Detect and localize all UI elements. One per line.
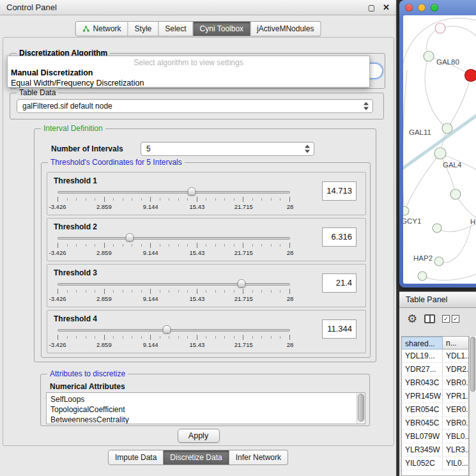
control-panel-tabbar: Network Style Select Cyni Toolbox jActiv… xyxy=(75,21,321,36)
network-node[interactable] xyxy=(450,189,461,199)
table-data-select[interactable]: galFiltered.sif default node xyxy=(17,99,373,113)
slider-thumb[interactable] xyxy=(188,187,196,196)
network-node-selected-red[interactable] xyxy=(465,70,476,82)
attribute-list-item[interactable]: BetweennessCentrality xyxy=(50,415,365,424)
tick-label: 21.715 xyxy=(234,203,253,210)
tab-impute-data[interactable]: Impute Data xyxy=(108,450,164,465)
column-header-shared-name[interactable]: shared... xyxy=(402,337,443,349)
cell-shared-name: YPR145W xyxy=(402,390,443,403)
cell-name: YBL0... xyxy=(443,430,468,443)
network-node[interactable] xyxy=(435,23,445,33)
tick-label: -3.426 xyxy=(49,203,66,210)
attribute-list-item[interactable]: TopologicalCoefficient xyxy=(50,404,365,415)
threshold-3-value-field[interactable]: 21.4 xyxy=(322,273,357,293)
table-row[interactable]: YPR145W YPR1... xyxy=(402,390,468,403)
slider-ticks xyxy=(58,243,290,248)
tick-label: 9.144 xyxy=(143,295,158,302)
threshold-2-value-field[interactable]: 6.316 xyxy=(322,227,357,247)
selection-mode-icons: ✓ ✓ xyxy=(442,315,459,323)
table-row[interactable]: YIL052C YIL0... xyxy=(402,457,468,470)
threshold-4-slider[interactable]: -3.4262.8599.14415.4321.71528 xyxy=(58,323,290,351)
control-panel-window: Control Panel ▢ ✕ Network Style Select xyxy=(0,0,397,476)
threshold-1-label: Threshold 1 xyxy=(54,176,97,185)
slider-thumb[interactable] xyxy=(163,325,171,334)
network-node-hap2[interactable] xyxy=(434,257,443,266)
threshold-3-slider[interactable]: -3.4262.8599.14415.4321.71528 xyxy=(58,277,290,305)
table-row[interactable]: YBR045C YBR0... xyxy=(402,417,468,430)
scrollbar-thumb[interactable] xyxy=(358,394,364,422)
dropdown-option-manual-discretization[interactable]: Manual Discretization xyxy=(8,67,369,78)
table-row[interactable]: YER054C YER0... xyxy=(402,403,468,417)
float-window-icon[interactable]: ▢ xyxy=(368,4,375,12)
tab-infer-network[interactable]: Infer Network xyxy=(229,450,288,465)
checkbox-icon[interactable]: ✓ xyxy=(442,315,450,323)
network-node[interactable] xyxy=(418,272,427,280)
table-row[interactable]: YLR345W YLR3... xyxy=(402,443,468,457)
scrollbar-thumb[interactable] xyxy=(470,337,475,392)
control-panel-title: Control Panel xyxy=(6,3,360,12)
numerical-attributes-list[interactable]: SelfLoopsTopologicalCoefficientBetweenne… xyxy=(46,392,365,424)
threshold-1-value-field[interactable]: 14.713 xyxy=(322,181,357,201)
threshold-2-slider[interactable]: -3.4262.8599.14415.4321.71528 xyxy=(58,231,290,259)
zoom-window-icon[interactable] xyxy=(431,4,438,12)
node-label-hap2: HAP2 xyxy=(413,254,433,262)
attribute-list-item[interactable]: SelfLoops xyxy=(50,394,365,404)
minimize-window-icon[interactable] xyxy=(418,4,426,12)
select-columns-icon[interactable] xyxy=(424,314,435,323)
slider-ticks xyxy=(58,335,290,340)
table-scrollbar[interactable] xyxy=(469,336,476,476)
column-header-name[interactable]: n... xyxy=(443,337,468,349)
threshold-1-slider[interactable]: -3.4262.8599.14415.4321.71528 xyxy=(58,185,290,213)
apply-button[interactable]: Apply xyxy=(178,429,220,443)
tab-discretize-data-label: Discretize Data xyxy=(170,453,222,462)
thick-edge xyxy=(403,115,476,170)
cell-shared-name: YLR345W xyxy=(402,443,443,456)
cell-name: YPR1... xyxy=(443,390,468,403)
network-node-gal11[interactable] xyxy=(442,123,452,134)
network-node-gal4[interactable] xyxy=(434,148,446,159)
tick-label: 15.43 xyxy=(190,341,205,348)
network-node-gal80[interactable] xyxy=(424,51,434,61)
tab-discretize-data[interactable]: Discretize Data xyxy=(164,450,229,465)
node-attribute-table[interactable]: shared... n... YDL19... YDL1... YDR27...… xyxy=(401,336,469,476)
table-panel: Table Panel ⚙ ✓ ✓ shared... n... YDL19..… xyxy=(399,291,476,476)
tick-label: 2.859 xyxy=(96,295,112,302)
node-label-gcy1: GCY1 xyxy=(403,217,421,225)
tab-network[interactable]: Network xyxy=(75,21,128,36)
table-row[interactable]: YBR043C YBR0... xyxy=(402,376,468,390)
dropdown-option-equal-width[interactable]: Equal Width/Frequency Discretization xyxy=(8,78,369,88)
tick-label: 9.144 xyxy=(143,203,158,210)
network-node-gcy1[interactable] xyxy=(403,206,409,215)
gear-icon[interactable]: ⚙ xyxy=(407,313,417,325)
network-canvas[interactable]: GAL80 GAL11 GAL4 GCY1 HAP2 H xyxy=(403,15,476,284)
tick-label: 28 xyxy=(287,295,294,302)
tab-jactivemodules[interactable]: jActiveMNodules xyxy=(250,21,321,36)
threshold-4-value-field[interactable]: 11.344 xyxy=(322,319,357,339)
dropdown-placeholder-option[interactable]: Select algorithm to view settings xyxy=(8,56,369,67)
tick-label: 21.715 xyxy=(234,295,253,302)
tab-style-label: Style xyxy=(135,24,152,33)
close-window-icon[interactable] xyxy=(405,4,413,12)
close-icon[interactable]: ✕ xyxy=(383,3,390,12)
threshold-4-block: Threshold 4 -3.4262.8599.14415.4321.7152… xyxy=(47,310,366,353)
network-node[interactable] xyxy=(433,224,441,233)
attributes-scrollbar[interactable] xyxy=(357,393,365,424)
table-row[interactable]: YDR27... YDR2... xyxy=(402,363,468,376)
table-row[interactable]: YDL19... YDL1... xyxy=(402,349,468,363)
tab-style[interactable]: Style xyxy=(128,21,159,36)
slider-thumb[interactable] xyxy=(237,279,245,288)
tab-cyni-toolbox[interactable]: Cyni Toolbox xyxy=(194,21,250,36)
application-root: Control Panel ▢ ✕ Network Style Select xyxy=(0,0,476,476)
node-label-partial: H xyxy=(470,218,475,226)
table-header-row: shared... n... xyxy=(402,337,468,349)
tab-select[interactable]: Select xyxy=(158,21,193,36)
number-of-intervals-select[interactable]: 5 xyxy=(141,142,314,156)
table-row[interactable]: YBL079W YBL0... xyxy=(402,430,468,443)
checkbox-icon[interactable]: ✓ xyxy=(452,315,459,323)
slider-thumb[interactable] xyxy=(125,233,134,242)
tick-label: 2.859 xyxy=(96,203,112,210)
cell-name: YDL1... xyxy=(443,349,468,362)
threshold-1-block: Threshold 1 -3.4262.8599.14415.4321.7152… xyxy=(47,172,366,215)
network-view-window[interactable]: GAL80 GAL11 GAL4 GCY1 HAP2 H xyxy=(399,0,476,288)
cell-shared-name: YER054C xyxy=(402,403,443,416)
